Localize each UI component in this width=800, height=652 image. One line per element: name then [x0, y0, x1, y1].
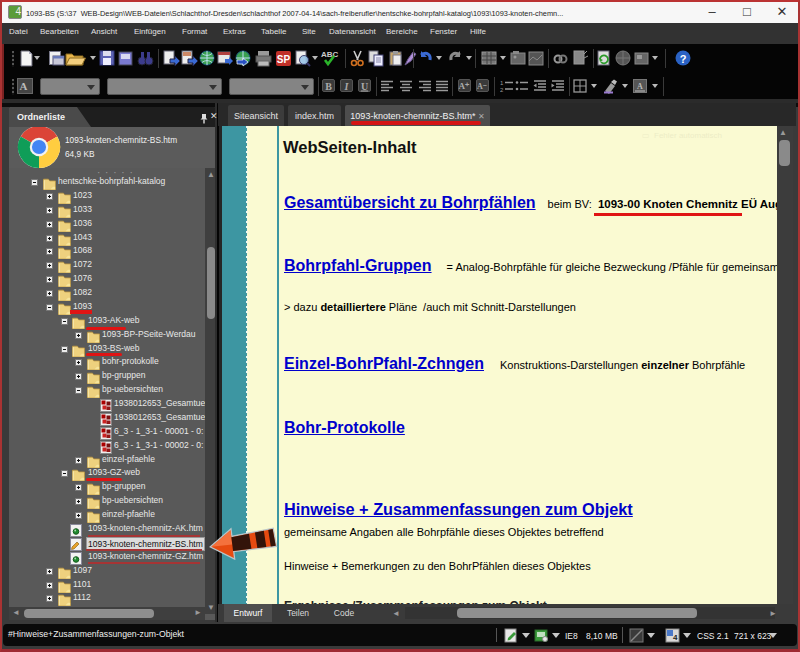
svg-text:A⁻: A⁻	[477, 82, 487, 91]
svg-text:I: I	[344, 81, 350, 92]
svg-text:4: 4	[673, 633, 678, 642]
svg-text:?: ?	[680, 53, 687, 65]
svg-text:ABC: ABC	[321, 50, 339, 59]
svg-text:B: B	[325, 81, 332, 92]
svg-text:A: A	[20, 80, 28, 92]
svg-text:A⁺: A⁺	[458, 81, 469, 91]
svg-text:2: 2	[500, 87, 504, 93]
svg-text:U: U	[361, 81, 368, 92]
svg-text:SP: SP	[277, 54, 291, 65]
svg-text:1: 1	[500, 80, 504, 86]
svg-text:A: A	[637, 82, 643, 91]
